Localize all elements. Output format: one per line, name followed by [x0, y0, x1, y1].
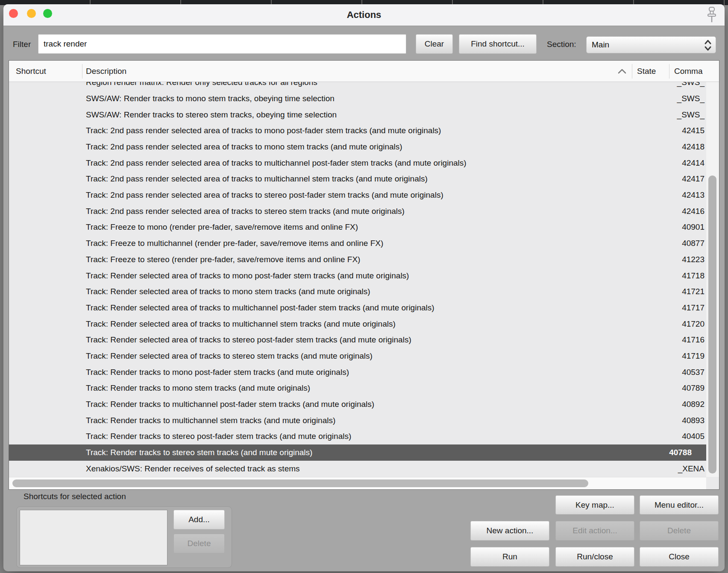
action-command-id: 41718 [682, 271, 705, 281]
vertical-scrollbar-thumb[interactable] [708, 175, 716, 474]
column-header-description[interactable]: Description [86, 67, 126, 76]
horizontal-scrollbar[interactable] [9, 477, 706, 489]
action-command-id: 40901 [682, 222, 705, 232]
action-description: SWS/AW: Render tracks to mono stem track… [9, 94, 335, 103]
action-command-id: 42415 [682, 126, 705, 135]
select-stepper-icon [704, 38, 712, 52]
section-select[interactable]: Main [586, 36, 716, 53]
find-shortcut-button[interactable]: Find shortcut... [459, 34, 537, 54]
add-shortcut-button[interactable]: Add... [173, 510, 225, 529]
action-command-id: 42418 [682, 142, 705, 152]
horizontal-scrollbar-thumb[interactable] [12, 479, 588, 487]
action-row[interactable]: SWS/AW: Render tracks to mono stem track… [9, 91, 719, 107]
clear-button-label: Clear [425, 39, 444, 49]
actions-table: Shortcut Description State Comma Region … [9, 60, 719, 490]
section-label: Section: [547, 40, 576, 49]
action-description: Track: Render tracks to stereo stem trac… [9, 448, 312, 457]
action-command-id: 40405 [682, 432, 705, 441]
column-divider[interactable] [632, 64, 632, 79]
action-command-id: 42417 [682, 174, 705, 184]
action-command-id: 41716 [682, 335, 705, 345]
action-row[interactable]: Track: Render tracks to multichannel pos… [9, 396, 719, 412]
window-title: Actions [3, 9, 725, 20]
run-button-label: Run [502, 552, 517, 561]
action-command-id: 40789 [682, 383, 705, 393]
action-description: Track: Render selected area of tracks to… [9, 351, 373, 361]
titlebar: Actions [3, 4, 725, 26]
column-divider[interactable] [669, 64, 669, 79]
key-map-button-label: Key map... [575, 500, 614, 510]
run-close-button[interactable]: Run/close [555, 547, 634, 567]
action-description: Track: Render tracks to multichannel pos… [9, 400, 374, 409]
menu-editor-button[interactable]: Menu editor... [640, 495, 719, 515]
action-row[interactable]: Track: Render selected area of tracks to… [9, 284, 719, 300]
vertical-scrollbar[interactable] [706, 82, 719, 477]
action-description: Track: 2nd pass render selected area of … [9, 174, 428, 184]
action-command-id: 42413 [682, 190, 705, 200]
action-row[interactable]: Track: Render tracks to stereo stem trac… [9, 444, 706, 461]
edit-action-button[interactable]: Edit action... [555, 521, 634, 541]
action-description: Track: Render tracks to mono post-fader … [9, 368, 349, 377]
action-description: Track: 2nd pass render selected area of … [9, 190, 443, 200]
action-description: Region render matrix: Render only select… [9, 82, 317, 87]
pin-window-icon[interactable] [705, 6, 719, 23]
find-shortcut-button-label: Find shortcut... [471, 39, 525, 49]
column-header-state[interactable]: State [637, 67, 656, 76]
action-row[interactable]: Track: Render tracks to stereo post-fade… [9, 429, 719, 445]
action-description: Track: Render selected area of tracks to… [9, 319, 396, 329]
action-row[interactable]: Track: Freeze to mono (render pre-fader,… [9, 219, 719, 236]
action-command-id: 41720 [682, 319, 705, 329]
action-command-id: _SWS_ [677, 110, 705, 120]
action-description: Track: Render selected area of tracks to… [9, 335, 411, 345]
run-close-button-label: Run/close [577, 552, 613, 561]
action-row[interactable]: Track: 2nd pass render selected area of … [9, 123, 719, 139]
action-row[interactable]: Track: 2nd pass render selected area of … [9, 203, 719, 219]
action-row[interactable]: Track: Render selected area of tracks to… [9, 316, 719, 332]
action-row[interactable]: Track: 2nd pass render selected area of … [9, 155, 719, 171]
key-map-button[interactable]: Key map... [555, 495, 634, 515]
column-header-shortcut[interactable]: Shortcut [16, 67, 46, 76]
sort-ascending-icon [617, 68, 627, 74]
action-description: Track: 2nd pass render selected area of … [9, 207, 405, 216]
action-row[interactable]: Track: Render selected area of tracks to… [9, 348, 719, 364]
action-row[interactable]: Track: Render selected area of tracks to… [9, 332, 719, 348]
delete-action-button[interactable]: Delete [640, 521, 719, 541]
action-command-id: 41719 [682, 351, 705, 361]
action-description: Track: Freeze to multichannel (render pr… [9, 239, 383, 248]
action-row[interactable]: Track: 2nd pass render selected area of … [9, 187, 719, 203]
action-rows: Region render matrix: Render only select… [9, 82, 719, 477]
action-description: Xenakios/SWS: Render receives of selecte… [9, 464, 300, 474]
delete-shortcut-button-label: Delete [188, 539, 211, 548]
section-select-value: Main [592, 40, 609, 50]
action-row[interactable]: Xenakios/SWS: Render receives of selecte… [9, 461, 719, 477]
action-command-id: _SWS_ [677, 94, 705, 103]
delete-shortcut-button[interactable]: Delete [173, 534, 225, 553]
action-row[interactable]: Region render matrix: Render only select… [9, 82, 719, 91]
action-description: Track: Render tracks to mono stem tracks… [9, 383, 310, 393]
close-button[interactable]: Close [640, 547, 719, 567]
action-description: SWS/AW: Render tracks to stereo stem tra… [9, 110, 337, 120]
action-row[interactable]: Track: 2nd pass render selected area of … [9, 171, 719, 187]
close-button-label: Close [669, 552, 690, 561]
column-divider[interactable] [82, 64, 82, 79]
column-header-command[interactable]: Comma [674, 67, 703, 76]
run-button[interactable]: Run [470, 547, 549, 567]
action-row[interactable]: Track: Render selected area of tracks to… [9, 268, 719, 284]
menu-editor-button-label: Menu editor... [655, 500, 704, 510]
action-row[interactable]: SWS/AW: Render tracks to stereo stem tra… [9, 107, 719, 123]
shortcuts-listbox[interactable] [20, 510, 167, 565]
clear-button[interactable]: Clear [416, 34, 453, 54]
action-row[interactable]: Track: Render tracks to multichannel ste… [9, 412, 719, 429]
action-row[interactable]: Track: Freeze to multichannel (render pr… [9, 235, 719, 251]
action-command-id: 41717 [682, 303, 705, 313]
add-shortcut-button-label: Add... [188, 515, 210, 524]
table-header: Shortcut Description State Comma [9, 61, 719, 82]
action-row[interactable]: Track: 2nd pass render selected area of … [9, 139, 719, 155]
action-row[interactable]: Track: Render selected area of tracks to… [9, 300, 719, 316]
action-description: Track: 2nd pass render selected area of … [9, 142, 402, 152]
action-row[interactable]: Track: Freeze to stereo (render pre-fade… [9, 251, 719, 268]
action-row[interactable]: Track: Render tracks to mono post-fader … [9, 364, 719, 380]
new-action-button[interactable]: New action... [470, 521, 549, 541]
action-row[interactable]: Track: Render tracks to mono stem tracks… [9, 380, 719, 396]
filter-input[interactable] [38, 34, 406, 54]
